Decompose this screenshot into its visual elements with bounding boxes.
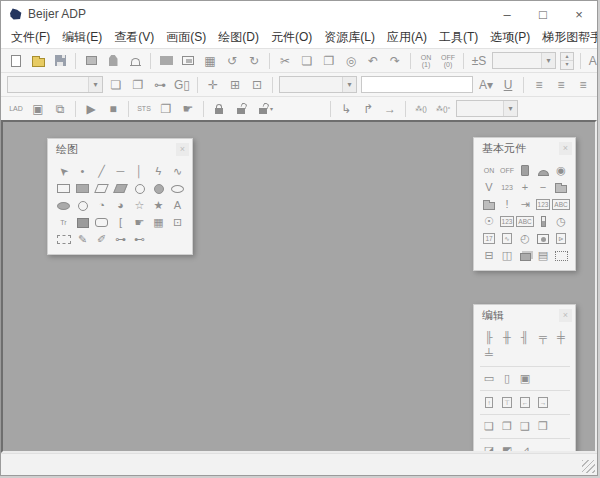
align-bottom-button[interactable]: ╧ [480, 347, 498, 363]
button-tool[interactable] [534, 163, 552, 179]
screen-open-tool[interactable] [552, 180, 570, 196]
lamp-tool[interactable]: ☉ [480, 214, 498, 230]
next-screen-button[interactable]: ↻ [244, 52, 264, 70]
multitext-tool[interactable]: Tr [54, 215, 73, 231]
column-tool[interactable]: ▤ [534, 248, 552, 264]
arrow-up-button[interactable]: ↱ [358, 100, 378, 118]
moving-sign-tool[interactable]: ⊳ [552, 231, 570, 247]
arrow-down-right-button[interactable]: ↳ [336, 100, 356, 118]
text-library-button[interactable]: A▯ [586, 52, 597, 70]
v-state-tool[interactable]: V [480, 180, 498, 196]
new-button[interactable] [6, 52, 26, 70]
indicator-tool[interactable]: ◉ [552, 163, 570, 179]
position-top-button[interactable]: ⊤ [498, 395, 516, 411]
bracket-tool[interactable]: [ [111, 215, 130, 231]
polyline-tool[interactable]: ϟ [149, 164, 168, 180]
minimize-button[interactable]: – [489, 1, 525, 27]
menu-object[interactable]: 元件(O) [265, 27, 318, 48]
same-width-button[interactable]: ▭ [480, 371, 498, 387]
alarm-button[interactable] [125, 52, 145, 70]
arrow-right-button[interactable]: → [380, 100, 400, 118]
duplicate-button[interactable]: ⧉ [50, 100, 70, 118]
open-button[interactable] [28, 52, 48, 70]
ungroup-button[interactable]: ◩ [498, 443, 516, 454]
decrement-tool[interactable]: − [534, 180, 552, 196]
unlock-button[interactable] [231, 100, 251, 118]
window-button[interactable] [178, 52, 198, 70]
simulate-button[interactable]: ±S [469, 52, 489, 70]
circle-tool[interactable] [130, 181, 149, 197]
ellipse-filled-tool[interactable] [54, 198, 73, 214]
line-tool[interactable]: ╱ [92, 164, 111, 180]
screen-button[interactable] [156, 52, 176, 70]
rect-filled-tool[interactable] [73, 181, 92, 197]
align-top-button[interactable]: ╤ [534, 330, 552, 346]
link-tool[interactable]: ⊶ [111, 232, 130, 248]
submacro-button[interactable]: ⁂()ˣ [433, 100, 453, 118]
text-tool[interactable]: A [168, 198, 187, 214]
snap-button[interactable]: ⊡ [247, 76, 267, 94]
zoom-combobox[interactable]: ▾ [456, 100, 518, 117]
state-combobox[interactable]: ▾ [492, 52, 556, 69]
run-button[interactable]: ▶ [81, 100, 101, 118]
position-left-button[interactable]: ← [516, 395, 534, 411]
close-button[interactable]: × [561, 1, 597, 27]
unlock-all-button[interactable] [253, 100, 273, 118]
curve-tool[interactable]: ∿ [168, 164, 187, 180]
send-to-back-button[interactable]: ❐ [498, 419, 516, 435]
menu-options[interactable]: 选项(P) [484, 27, 536, 48]
crosshair-button[interactable]: ✛ [203, 76, 223, 94]
graphic-state-button[interactable]: G▯ [172, 76, 192, 94]
menu-view[interactable]: 查看(V) [108, 27, 160, 48]
menu-application[interactable]: 应用(A) [381, 27, 433, 48]
paste-button[interactable]: ❐ [319, 52, 339, 70]
undo-button[interactable]: ↶ [363, 52, 383, 70]
menu-screen[interactable]: 画面(S) [160, 27, 212, 48]
position-up-button[interactable]: ↑ [480, 395, 498, 411]
screen-edit-tool[interactable] [480, 197, 498, 213]
dial-tool[interactable]: ◴ [516, 231, 534, 247]
resize-grip[interactable] [582, 460, 595, 473]
on-state-button[interactable]: ON(1) [416, 52, 436, 70]
maximize-button[interactable]: □ [525, 1, 561, 27]
numeric-state-tool[interactable]: 123 [498, 180, 516, 196]
align-hcenter-button[interactable]: ╪ [552, 330, 570, 346]
font-combobox[interactable]: ▾ [279, 76, 357, 93]
copy-button[interactable]: ❏ [297, 52, 317, 70]
menu-draw[interactable]: 绘图(D) [212, 27, 265, 48]
cut-button[interactable]: ✂ [275, 52, 295, 70]
parallelogram-tool[interactable] [92, 181, 111, 197]
basic-palette-close-button[interactable]: × [559, 142, 572, 155]
lock-button[interactable] [209, 100, 229, 118]
import-button[interactable]: ❐ [156, 100, 176, 118]
flip-button[interactable]: ⊿ [516, 443, 534, 454]
text-input[interactable] [361, 76, 473, 93]
frame-tool[interactable] [54, 232, 73, 248]
send-backward-button[interactable]: ❒ [534, 419, 552, 435]
rect-tool[interactable] [54, 181, 73, 197]
parallelogram-filled-tool[interactable] [111, 181, 130, 197]
date-tool[interactable]: 17 [480, 231, 498, 247]
pie-tool[interactable]: ◔ [92, 198, 111, 214]
font-size-button[interactable]: A▾ [476, 76, 496, 94]
scale-tool[interactable]: ⊡ [168, 215, 187, 231]
switch-tool[interactable] [516, 163, 534, 179]
dynamic-rect-tool[interactable] [552, 248, 570, 264]
arc-tool[interactable] [73, 198, 92, 214]
macro-button[interactable]: ⁂() [411, 100, 431, 118]
increment-tool[interactable]: + [516, 180, 534, 196]
bit-state-button[interactable]: ⊶ [150, 76, 170, 94]
bring-to-front-button[interactable]: ❏ [480, 419, 498, 435]
image-tool[interactable] [73, 215, 92, 231]
star-filled-tool[interactable]: ★ [149, 198, 168, 214]
align-center-button[interactable]: ≡ [551, 76, 571, 94]
drawing-palette-close-button[interactable]: × [176, 143, 189, 156]
multistate-tool[interactable] [516, 248, 534, 264]
roundrect-tool[interactable] [92, 215, 111, 231]
slider-h-tool[interactable]: ⊟ [480, 248, 498, 264]
redo-button[interactable]: ↷ [385, 52, 405, 70]
grid-button[interactable]: ⊞ [225, 76, 245, 94]
screen-list-button[interactable]: ▦ [200, 52, 220, 70]
same-size-button[interactable]: ▣ [516, 371, 534, 387]
align-right-button[interactable]: ╢ [516, 330, 534, 346]
